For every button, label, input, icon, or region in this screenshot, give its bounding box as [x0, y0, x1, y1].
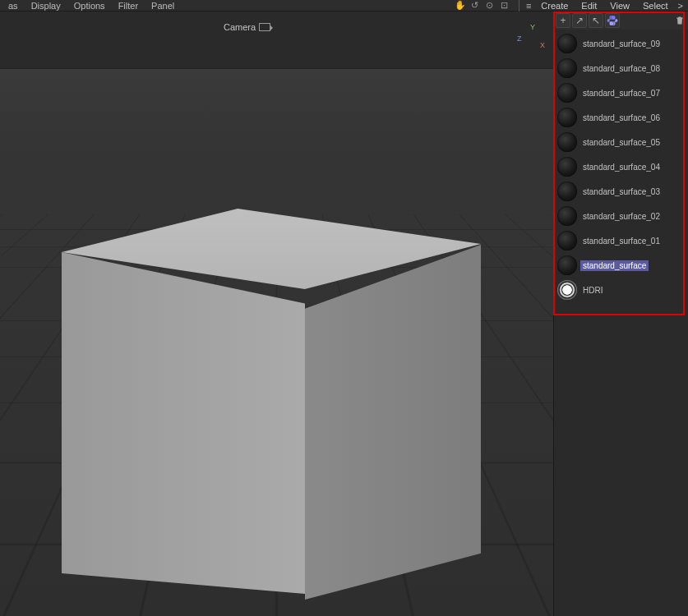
- viewport-horizon: [0, 11, 553, 69]
- frame-icon[interactable]: ⊡: [499, 0, 510, 11]
- menu-display[interactable]: Display: [25, 1, 67, 11]
- material-label: standard_surface_03: [580, 186, 663, 197]
- material-toolbar: + ↗ ↖: [554, 11, 688, 30]
- material-swatch-icon: [557, 206, 577, 226]
- scene-cube[interactable]: [62, 209, 481, 595]
- material-item[interactable]: HDRI: [554, 278, 688, 302]
- workspace: Camera Y X Z + ↗ ↖ standard_surface_09st…: [0, 11, 688, 616]
- overflow-right-icon[interactable]: >: [675, 1, 686, 11]
- material-label: standard_surface_04: [580, 162, 663, 172]
- material-panel: + ↗ ↖ standard_surface_09standard_surfac…: [553, 11, 688, 616]
- separator: [519, 0, 519, 11]
- material-label: standard_surface_02: [580, 211, 663, 222]
- material-item[interactable]: standard_surface_02: [554, 204, 688, 228]
- material-swatch-icon: [557, 83, 577, 103]
- material-item[interactable]: standard_surface_04: [554, 154, 688, 179]
- material-item[interactable]: standard_surface_09: [554, 31, 688, 56]
- material-item[interactable]: standard_surface_07: [554, 80, 688, 105]
- camera-name-text: Camera: [224, 22, 256, 32]
- material-swatch-icon: [557, 58, 577, 78]
- menu-options[interactable]: Options: [67, 1, 112, 11]
- hdri-swatch-icon: [557, 280, 577, 300]
- menu-as[interactable]: as: [2, 1, 25, 11]
- pull-button[interactable]: ↖: [589, 13, 603, 28]
- menu-filter[interactable]: Filter: [112, 1, 145, 11]
- delete-material-button[interactable]: [673, 14, 686, 27]
- material-item[interactable]: standard_surface: [554, 253, 688, 278]
- material-item[interactable]: standard_surface_08: [554, 56, 688, 80]
- material-swatch-icon: [557, 157, 577, 177]
- add-material-button[interactable]: +: [556, 13, 570, 28]
- target-icon[interactable]: ⊙: [484, 0, 496, 11]
- material-label: HDRI: [580, 285, 605, 296]
- material-label: standard_surface_09: [580, 39, 663, 49]
- hamburger-icon[interactable]: ≡: [523, 1, 534, 11]
- hand-icon[interactable]: ✋: [455, 0, 466, 11]
- material-swatch-icon: [557, 255, 577, 275]
- viewport-tool-icons: ✋ ↺ ⊙ ⊡: [455, 0, 515, 11]
- material-label: standard_surface_07: [580, 88, 663, 99]
- menu-panel[interactable]: Panel: [145, 1, 181, 11]
- menu-view[interactable]: View: [603, 1, 636, 11]
- material-item[interactable]: standard_surface_03: [554, 179, 688, 204]
- material-swatch-icon: [557, 34, 577, 53]
- cube-right-face: [305, 245, 481, 600]
- material-swatch-icon: [557, 108, 577, 127]
- menu-select[interactable]: Select: [636, 1, 675, 11]
- top-menu-bar: as Display Options Filter Panel ✋ ↺ ⊙ ⊡ …: [0, 0, 688, 11]
- material-label: standard_surface: [580, 260, 649, 271]
- material-swatch-icon: [557, 132, 577, 152]
- top-menu-right: ✋ ↺ ⊙ ⊡ ≡ Create Edit View Select >: [455, 0, 686, 11]
- material-label: standard_surface_08: [580, 63, 663, 74]
- material-label: standard_surface_05: [580, 137, 663, 148]
- active-camera-label: Camera: [224, 22, 270, 32]
- material-item[interactable]: standard_surface_05: [554, 130, 688, 154]
- viewport-3d[interactable]: Camera Y X Z: [0, 11, 553, 616]
- top-menu-left: as Display Options Filter Panel: [2, 1, 181, 11]
- python-icon[interactable]: [605, 13, 620, 28]
- camera-icon: [259, 23, 270, 31]
- menu-edit[interactable]: Edit: [575, 1, 603, 11]
- material-swatch-icon: [557, 231, 577, 251]
- material-label: standard_surface_01: [580, 236, 663, 246]
- menu-create[interactable]: Create: [534, 1, 575, 11]
- material-item[interactable]: standard_surface_01: [554, 228, 688, 253]
- material-list: standard_surface_09standard_surface_08st…: [554, 30, 688, 304]
- assign-button[interactable]: ↗: [572, 13, 587, 28]
- material-swatch-icon: [557, 182, 577, 201]
- material-item[interactable]: standard_surface_06: [554, 105, 688, 130]
- orbit-icon[interactable]: ↺: [469, 0, 481, 11]
- cube-left-face: [62, 252, 305, 594]
- material-label: standard_surface_06: [580, 113, 663, 123]
